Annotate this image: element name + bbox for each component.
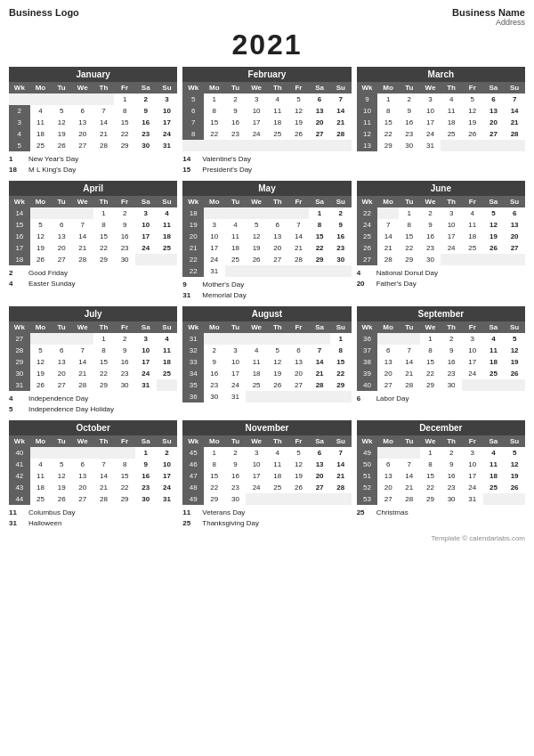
day-cell: 28 [93,140,115,151]
day-cell: 25 [225,254,247,265]
day-cell: 17 [462,470,483,482]
day-cell: 29 [420,379,441,391]
page: Business Logo Business Name Address 2021… [0,0,534,551]
week-row: 363031 [182,391,351,402]
day-cell: 11 [462,219,483,231]
sunday-cell: 30 [330,254,352,265]
day-header-we: We [72,196,93,207]
day-header-we: We [420,196,441,207]
sunday-cell: 25 [157,368,178,379]
day-cell: 28 [288,254,310,265]
week-number: 3 [9,117,30,128]
saturday-cell: 20 [309,117,330,128]
month-table-february: FebruaryWkMoTuWeThFrSaSu5123456768910111… [182,67,351,151]
day-cell: 23 [399,128,420,140]
holiday-number: 31 [9,518,25,529]
day-cell: 2 [441,333,462,345]
day-cell: 27 [377,379,399,391]
week-row: 525262728293031 [9,140,177,151]
holiday-item: 15President's Day [182,165,351,175]
day-cell: 30 [204,391,225,402]
day-cell: 23 [225,482,247,493]
week-number: 51 [357,470,378,482]
day-header-fr: Fr [114,435,135,447]
week-number: 49 [357,447,378,459]
saturday-cell: 24 [135,368,157,379]
week-row: 339101112131415 [182,356,351,368]
day-cell: 6 [72,105,93,117]
day-cell: 7 [399,459,420,470]
holiday-item: 6Labor Day [357,394,525,404]
day-header-su: Su [330,435,352,447]
day-header-th: Th [441,321,462,333]
day-cell: 12 [51,470,72,482]
day-cell: 13 [51,231,72,242]
day-cell: 23 [441,368,462,379]
holiday-number: 9 [182,280,198,290]
sunday-cell [157,379,178,391]
day-cell [462,254,483,265]
day-header-fr: Fr [462,196,483,207]
day-cell: 22 [114,128,135,140]
sunday-cell: 7 [504,93,525,105]
sunday-cell: 10 [157,459,178,470]
business-name: Business Name [452,7,525,18]
day-cell: 25 [267,482,288,493]
day-cell: 6 [51,345,72,356]
day-cell: 28 [93,493,115,505]
day-cell: 1 [93,207,115,219]
day-cell: 26 [51,140,72,151]
day-cell: 30 [441,493,462,505]
sunday-cell: 27 [504,242,525,254]
week-row: 10891011121314 [357,105,525,117]
day-cell: 14 [399,356,420,368]
day-cell [267,140,288,151]
month-name-april: April [9,181,177,196]
month-block-may: MayWkMoTuWeThFrSaSu181219345678920101112… [182,181,351,301]
month-block-february: FebruaryWkMoTuWeThFrSaSu5123456768910111… [182,67,351,175]
sunday-cell: 17 [157,470,178,482]
holiday-name: President's Day [202,165,252,175]
day-cell: 15 [420,356,441,368]
day-cell: 5 [51,105,72,117]
day-cell: 13 [72,470,93,482]
saturday-cell: 25 [483,368,505,379]
day-cell: 22 [420,368,441,379]
day-cell [246,140,267,151]
day-cell: 4 [30,105,52,117]
day-cell: 10 [246,459,267,470]
day-cell [246,333,267,345]
day-cell: 26 [462,128,483,140]
week-number: 20 [182,231,204,242]
day-header-sa: Sa [135,321,157,333]
day-cell: 5 [30,219,52,231]
week-number: 39 [357,368,378,379]
day-cell [399,447,420,459]
week-row: 2231 [182,265,351,277]
day-cell: 14 [377,231,399,242]
week-row: 3019202122232425 [9,368,177,379]
day-cell: 20 [72,482,93,493]
month-table-november: NovemberWkMoTuWeThFrSaSu4512345674689101… [182,420,351,505]
holiday-item: 25Christmas [357,508,525,518]
saturday-cell: 13 [309,105,330,117]
day-header-th: Th [267,82,288,93]
week-number: 10 [357,105,378,117]
day-cell: 18 [267,470,288,482]
day-header-we: We [246,435,267,447]
month-name-november: November [182,420,351,435]
week-number: 16 [9,231,30,242]
month-name-december: December [357,420,525,435]
day-cell: 10 [225,356,247,368]
day-cell: 2 [441,447,462,459]
day-cell [267,265,288,277]
day-cell: 29 [377,140,399,151]
day-cell: 26 [30,254,52,265]
day-cell: 18 [267,117,288,128]
holiday-name: Mother's Day [202,280,244,290]
saturday-cell: 18 [483,470,505,482]
sunday-cell: 5 [504,447,525,459]
day-cell: 2 [225,447,247,459]
calendar-row-1: JanuaryWkMoTuWeThFrSaSu12324567891031112… [9,67,525,175]
week-number [182,140,204,151]
